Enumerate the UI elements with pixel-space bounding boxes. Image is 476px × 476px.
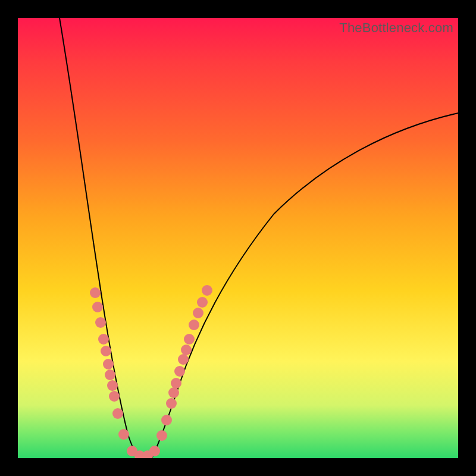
plot-area: TheBottleneck.com xyxy=(18,18,458,458)
marker-dot xyxy=(171,378,181,389)
marker-dot xyxy=(92,302,103,312)
marker-dot xyxy=(105,369,115,380)
marker-dot xyxy=(197,297,208,308)
marker-group xyxy=(90,285,212,458)
chart-svg xyxy=(18,18,458,458)
marker-dot xyxy=(103,359,114,369)
marker-dot xyxy=(101,346,111,356)
marker-dot xyxy=(112,408,123,419)
marker-dot xyxy=(166,398,177,409)
marker-dot xyxy=(202,285,212,296)
marker-dot xyxy=(193,308,203,318)
marker-dot xyxy=(107,380,118,391)
marker-dot xyxy=(189,320,199,330)
marker-dot xyxy=(168,387,179,398)
marker-dot xyxy=(181,345,192,355)
marker-dot xyxy=(161,415,172,425)
marker-dot xyxy=(95,317,106,328)
marker-dot xyxy=(174,366,185,377)
marker-dot xyxy=(178,354,189,365)
curve-right-branch xyxy=(152,113,458,458)
marker-dot xyxy=(118,429,129,440)
marker-dot xyxy=(98,334,109,345)
marker-dot xyxy=(90,287,101,298)
marker-dot xyxy=(156,430,167,441)
marker-dot xyxy=(149,446,160,456)
curve-left-branch xyxy=(60,18,142,458)
chart-frame: TheBottleneck.com xyxy=(0,0,476,476)
marker-dot xyxy=(184,334,195,345)
marker-dot xyxy=(109,391,120,402)
